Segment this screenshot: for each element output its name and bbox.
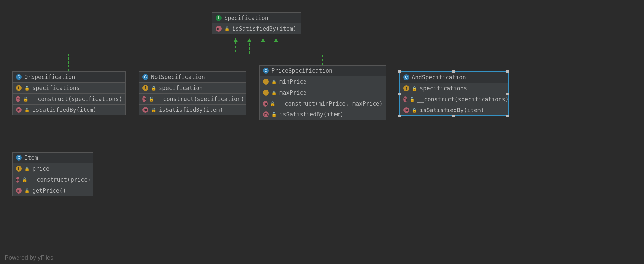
visibility-icon: 🔓 <box>151 108 156 112</box>
member-row: m🔓__construct(specification) <box>139 93 246 104</box>
member-row: f🔒minPrice <box>260 76 386 87</box>
visibility-icon: 🔒 <box>271 79 277 84</box>
visibility-icon: 🔓 <box>270 101 275 106</box>
field-badge: f <box>142 85 148 91</box>
member-row: f🔒specification <box>139 82 246 93</box>
selection-handle[interactable] <box>398 93 401 95</box>
visibility-icon: 🔓 <box>149 97 154 102</box>
member-row: m🔓isSatisfiedBy(item) <box>13 104 125 115</box>
member-row: f🔒maxPrice <box>260 87 386 98</box>
member-text: isSatisfiedBy(item) <box>420 107 484 113</box>
class-not[interactable]: CNotSpecificationf🔒specificationm🔓__cons… <box>139 71 246 115</box>
class-badge: C <box>16 74 22 80</box>
member-row: m🔓__construct(minPrice, maxPrice) <box>260 98 386 109</box>
member-text: __construct(specifications) <box>31 96 122 102</box>
member-text: __construct(price) <box>30 176 91 183</box>
class-and[interactable]: CAndSpecificationf🔒specificationsm🔓__con… <box>399 71 509 116</box>
member-text: specifications <box>32 85 80 91</box>
member-text: specifications <box>420 85 467 92</box>
method-badge: m <box>263 111 269 117</box>
field-badge: f <box>263 90 269 96</box>
interface-badge: I <box>216 15 222 21</box>
member-row: m 🔓 isSatisfiedBy(item) <box>212 23 301 34</box>
member-row: m🔓getPrice() <box>13 185 93 196</box>
class-header: CAndSpecification <box>400 72 508 83</box>
class-header: CPriceSpecification <box>260 66 386 76</box>
member-text: getPrice() <box>32 187 66 194</box>
selection-handle[interactable] <box>398 115 401 117</box>
visibility-icon: 🔒 <box>271 90 277 95</box>
member-text: isSatisfiedBy(item) <box>159 107 223 113</box>
member-text: isSatisfiedBy(item) <box>32 107 96 113</box>
visibility-icon: 🔒 <box>412 86 417 91</box>
member-row: m🔓__construct(price) <box>13 174 93 185</box>
class-name: Item <box>24 154 38 161</box>
method-badge: m <box>142 96 146 102</box>
visibility-icon: 🔒 <box>151 86 156 91</box>
selection-handle[interactable] <box>506 115 509 117</box>
class-header: CItem <box>13 153 93 163</box>
visibility-icon: 🔓 <box>22 177 27 182</box>
class-name: AndSpecification <box>412 74 466 81</box>
method-badge: m <box>16 177 19 183</box>
class-badge: C <box>16 155 22 161</box>
member-row: m🔓__construct(specifications) <box>13 93 125 104</box>
member-row: m🔓isSatisfiedBy(item) <box>260 109 386 120</box>
member-text: specification <box>159 85 203 91</box>
field-badge: f <box>403 85 409 91</box>
selection-handle[interactable] <box>506 70 509 73</box>
visibility-icon: 🔓 <box>24 108 30 112</box>
class-badge: C <box>403 74 409 80</box>
member-row: f🔒price <box>13 163 93 174</box>
member-text: minPrice <box>279 78 306 85</box>
visibility-icon: 🔓 <box>224 26 230 31</box>
method-badge: m <box>403 107 409 113</box>
class-price[interactable]: CPriceSpecificationf🔒minPricef🔒maxPricem… <box>259 65 386 120</box>
member-text: price <box>32 165 49 172</box>
member-text: isSatisfiedBy(item) <box>232 25 296 32</box>
class-header: CNotSpecification <box>139 72 246 82</box>
member-text: isSatisfiedBy(item) <box>279 111 343 118</box>
member-row: m🔓isSatisfiedBy(item) <box>139 104 246 115</box>
class-header: I Specification <box>212 13 301 23</box>
field-badge: f <box>16 166 22 172</box>
inheritance-arrows <box>0 0 644 264</box>
member-text: __construct(specification) <box>157 96 244 102</box>
method-badge: m <box>403 96 407 102</box>
member-row: f🔒specifications <box>13 82 125 93</box>
selection-handle[interactable] <box>452 70 455 73</box>
visibility-icon: 🔓 <box>410 97 415 102</box>
class-name: NotSpecification <box>151 74 205 80</box>
method-badge: m <box>263 101 268 107</box>
class-name: OrSpecification <box>24 74 75 80</box>
member-row: m🔓__construct(specifications) <box>400 94 508 105</box>
class-or[interactable]: COrSpecificationf🔒specificationsm🔓__cons… <box>12 71 126 115</box>
visibility-icon: 🔒 <box>24 166 30 171</box>
class-header: COrSpecification <box>13 72 125 82</box>
visibility-icon: 🔒 <box>24 86 30 91</box>
visibility-icon: 🔓 <box>412 108 417 113</box>
member-row: f🔒specifications <box>400 83 508 94</box>
selection-handle[interactable] <box>452 115 455 117</box>
footer-credit: Powered by yFiles <box>5 254 53 261</box>
field-badge: f <box>16 85 22 91</box>
method-badge: m <box>16 96 20 102</box>
member-text: maxPrice <box>279 89 306 96</box>
member-row: m🔓isSatisfiedBy(item) <box>400 105 508 115</box>
selection-handle[interactable] <box>506 93 509 95</box>
uml-canvas[interactable]: I Specification m 🔓 isSatisfiedBy(item) … <box>0 0 644 264</box>
field-badge: f <box>263 79 269 85</box>
class-badge: C <box>263 68 269 74</box>
method-badge: m <box>216 26 222 32</box>
class-name: PriceSpecification <box>271 67 332 74</box>
class-item[interactable]: CItemf🔒pricem🔓__construct(price)m🔓getPri… <box>12 152 93 196</box>
member-text: __construct(specifications) <box>417 96 509 103</box>
visibility-icon: 🔓 <box>23 97 28 102</box>
member-text: __construct(minPrice, maxPrice) <box>278 100 383 107</box>
visibility-icon: 🔓 <box>271 112 277 117</box>
selection-handle[interactable] <box>398 70 401 73</box>
interface-specification[interactable]: I Specification m 🔓 isSatisfiedBy(item) <box>212 12 301 34</box>
method-badge: m <box>16 188 22 194</box>
method-badge: m <box>16 107 22 113</box>
class-name: Specification <box>224 15 268 21</box>
